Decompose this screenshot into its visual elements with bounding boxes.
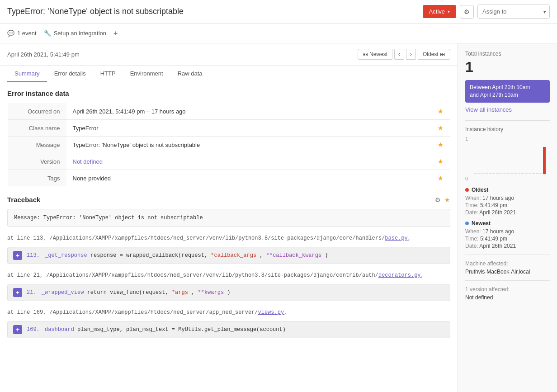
table-row: Message TypeError: 'NoneType' object is … xyxy=(8,137,450,153)
version-value: Not defined xyxy=(66,153,432,170)
line-num-1: 113. xyxy=(27,252,40,259)
star-occurred-on[interactable]: ★ xyxy=(438,108,444,115)
machine-affected-value: Pruthvis-MacBook-Air.local xyxy=(465,269,550,275)
newest-time-value: 5:41:49 pm xyxy=(480,236,507,242)
newest-date-label: Date: xyxy=(465,243,478,249)
oldest-when-label: When: xyxy=(465,195,481,201)
oldest-button[interactable]: Oldest ⏭ xyxy=(418,49,450,60)
newest-label-text: Newest xyxy=(472,220,491,227)
file-link-2[interactable]: decorators.py xyxy=(378,272,421,279)
expand-button-3[interactable]: + xyxy=(13,325,22,334)
oldest-time-value: 5:41:49 pm xyxy=(480,202,507,208)
class-name-label: Class name xyxy=(8,120,66,137)
traceback-message: Message: TypeError: 'NoneType' object is… xyxy=(7,209,450,227)
code-block-1: at line 113, /Applications/XAMPP/xamppfi… xyxy=(7,232,450,264)
newest-when: When: 17 hours ago xyxy=(465,228,550,235)
code-text-3: plan_msg_type, plan_msg_text = MyUtils.g… xyxy=(77,326,286,333)
oldest-time: Time: 5:41:49 pm xyxy=(465,202,550,208)
next-button[interactable]: › xyxy=(406,49,416,60)
star-class-name[interactable]: ★ xyxy=(438,124,444,132)
expand-row-3[interactable]: + 169. dashboard plan_msg_type, plan_msg… xyxy=(7,321,450,338)
oldest-when: When: 17 hours ago xyxy=(465,195,550,201)
divider-3 xyxy=(465,280,550,281)
occurred-on-value: April 26th 2021, 5:41:49 pm – 17 hours a… xyxy=(66,103,432,120)
date-range-badge: Between April 20th 10amand April 27th 10… xyxy=(465,80,550,103)
occurred-on-label: Occurred on xyxy=(8,103,66,120)
kwparam-1: **callback_kwargs xyxy=(266,252,321,259)
comment-icon: 💬 xyxy=(7,30,14,37)
expand-code-1: 113. _get_response response = wrapped_ca… xyxy=(27,252,328,259)
add-button[interactable]: + xyxy=(113,29,118,38)
integration-link[interactable]: 🔧 Setup an integration xyxy=(44,30,106,37)
view-all-instances-link[interactable]: View all instances xyxy=(465,106,550,113)
active-button[interactable]: Active ▾ xyxy=(423,5,456,18)
func-name-1: _get_response xyxy=(45,252,87,259)
expand-row-2[interactable]: + 21. _wrapped_view return view_func(req… xyxy=(7,284,450,301)
tab-summary[interactable]: Summary xyxy=(7,66,47,82)
file-link-1[interactable]: base.py xyxy=(385,235,407,241)
newest-date-value: April 26th 2021 xyxy=(479,243,516,249)
oldest-date: Date: April 26th 2021 xyxy=(465,209,550,216)
star-tags[interactable]: ★ xyxy=(438,175,444,182)
message-label: Message xyxy=(8,137,66,153)
chart-y-max: 1 xyxy=(465,136,468,142)
prev-button[interactable]: ‹ xyxy=(394,49,404,60)
expand-button-2[interactable]: + xyxy=(13,288,22,297)
chart-bar-active xyxy=(543,147,546,174)
version-link[interactable]: Not defined xyxy=(73,158,103,165)
func-name-2: _wrapped_view xyxy=(42,289,84,296)
total-instances-label: Total instances xyxy=(465,51,550,57)
code-text-2: return view_func(request, xyxy=(87,289,172,296)
chart-bars xyxy=(474,136,550,174)
expand-row-1[interactable]: + 113. _get_response response = wrapped_… xyxy=(7,247,450,264)
class-name-value: TypeError xyxy=(66,120,432,137)
tab-error-details[interactable]: Error details xyxy=(47,66,93,82)
tab-http[interactable]: HTTP xyxy=(93,66,123,82)
table-row: Class name TypeError ★ xyxy=(8,120,450,137)
code-block-2: at line 21, /Applications/XAMPP/xamppfil… xyxy=(7,269,450,301)
oldest-time-label: Time: xyxy=(465,202,479,208)
kwparam-2: **kwargs xyxy=(198,289,224,296)
traceback-star-icon[interactable]: ★ xyxy=(444,196,450,203)
newest-label: Newest xyxy=(465,220,550,227)
newest-dot xyxy=(465,222,469,225)
instance-history-title: Instance history xyxy=(465,126,550,132)
line-num-3: 169. xyxy=(27,326,40,333)
param-2: *args xyxy=(172,289,188,296)
oldest-date-label: Date: xyxy=(465,209,478,216)
assign-to-wrapper: Assign to xyxy=(477,5,550,19)
newest-time-label: Time: xyxy=(465,236,479,242)
code-block-3: at line 169, /Applications/XAMPP/xamppfi… xyxy=(7,307,450,338)
traceback-gear-icon[interactable]: ⚙ xyxy=(435,196,441,203)
error-instance-title: Error instance data xyxy=(7,90,450,97)
oldest-date-value: April 26th 2021 xyxy=(479,209,516,216)
version-affected-value: Not defined xyxy=(465,294,550,301)
settings-button[interactable]: ⚙ xyxy=(460,5,474,19)
machine-affected-label: Machine affected: xyxy=(465,260,550,267)
error-instance-table: Occurred on April 26th 2021, 5:41:49 pm … xyxy=(7,103,450,187)
newest-when-label: When: xyxy=(465,228,481,235)
message-value: TypeError: 'NoneType' object is not subs… xyxy=(66,137,432,153)
oldest-label: Oldest xyxy=(465,187,550,193)
assign-to-select[interactable]: Assign to xyxy=(477,5,550,19)
tags-label: Tags xyxy=(8,170,66,187)
expand-button-1[interactable]: + xyxy=(13,251,22,260)
star-version[interactable]: ★ xyxy=(438,158,444,165)
table-row: Occurred on April 26th 2021, 5:41:49 pm … xyxy=(8,103,450,120)
expand-code-3: 169. dashboard plan_msg_type, plan_msg_t… xyxy=(27,326,286,333)
code-path-2: at line 21, /Applications/XAMPP/xamppfil… xyxy=(7,269,450,281)
event-count-label: 1 event xyxy=(17,30,37,37)
newest-button[interactable]: ⏮ Newest xyxy=(358,49,392,60)
code-path-1: at line 113, /Applications/XAMPP/xamppfi… xyxy=(7,232,450,244)
expand-code-2: 21. _wrapped_view return view_func(reque… xyxy=(27,289,231,296)
tab-environment[interactable]: Environment xyxy=(123,66,170,82)
total-instances-number: 1 xyxy=(465,59,550,76)
tab-raw-data[interactable]: Raw data xyxy=(170,66,210,82)
file-link-3[interactable]: views.py xyxy=(258,309,284,316)
right-panel: Total instances 1 Between April 20th 10a… xyxy=(458,43,557,392)
instance-history-chart: 1 0 xyxy=(465,136,550,181)
tab-bar: Summary Error details HTTP Environment R… xyxy=(0,66,458,82)
star-message[interactable]: ★ xyxy=(438,141,444,148)
version-affected-label: 1 version affected: xyxy=(465,286,550,293)
page-title: TypeError: 'NoneType' object is not subs… xyxy=(7,7,184,16)
